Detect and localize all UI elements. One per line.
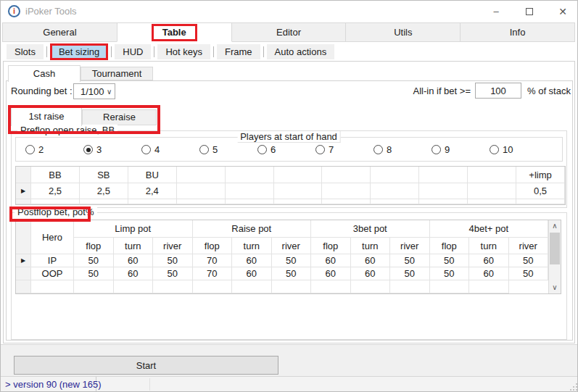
tab-table[interactable]: Table bbox=[117, 22, 232, 42]
street-header: river bbox=[153, 238, 193, 254]
close-button[interactable]: ✕ bbox=[552, 4, 574, 20]
scrollbar-thumb[interactable] bbox=[550, 233, 560, 264]
table-cell[interactable]: 60 bbox=[469, 254, 509, 267]
street-header: turn bbox=[469, 238, 509, 254]
filler-cell bbox=[114, 280, 154, 293]
radio-players-9[interactable]: 9 bbox=[432, 144, 490, 155]
table-cell[interactable]: 50 bbox=[153, 267, 193, 280]
table-cell[interactable]: 60 bbox=[114, 267, 154, 280]
table-cell[interactable]: 50 bbox=[272, 254, 312, 267]
subtab-bet-sizing[interactable]: Bet sizing bbox=[50, 43, 108, 60]
radio-players-5[interactable]: 5 bbox=[199, 144, 257, 155]
table-cell[interactable]: 2,5 bbox=[31, 183, 80, 199]
radio-icon bbox=[257, 145, 267, 154]
row-header-ip: IP bbox=[31, 254, 74, 267]
table-cell[interactable]: 70 bbox=[193, 267, 233, 280]
table-cell[interactable]: 50 bbox=[509, 267, 549, 280]
tab-cash[interactable]: Cash bbox=[8, 65, 80, 82]
table-cell[interactable]: 0,5 bbox=[516, 183, 565, 199]
table-cell[interactable]: 60 bbox=[114, 254, 154, 267]
subtab-hud[interactable]: HUD bbox=[115, 44, 151, 59]
table-cell[interactable]: 50 bbox=[390, 267, 430, 280]
app-icon: i bbox=[8, 5, 20, 17]
pot-group-header: 4bet+ pot bbox=[430, 220, 549, 238]
separator bbox=[263, 46, 264, 57]
main-tab-strip: General Table Editor Utils Info bbox=[2, 22, 575, 42]
table-cell[interactable]: 50 bbox=[74, 254, 114, 267]
table-cell[interactable]: 50 bbox=[74, 267, 114, 280]
sub-tab-strip: Slots Bet sizing HUD Hot keys Frame Auto… bbox=[2, 43, 577, 61]
radio-players-10[interactable]: 10 bbox=[490, 144, 548, 155]
table-cell[interactable]: 50 bbox=[272, 267, 312, 280]
row-arrow-icon: ▶ bbox=[21, 188, 25, 194]
tab-tournament[interactable]: Tournament bbox=[80, 67, 153, 80]
radio-players-4[interactable]: 4 bbox=[141, 144, 199, 155]
vertical-scrollbar[interactable]: ∧ ∨ bbox=[548, 220, 561, 293]
table-cell[interactable]: 70 bbox=[193, 254, 233, 267]
pot-group-header: 3bet pot bbox=[311, 220, 430, 238]
allin-input[interactable] bbox=[475, 83, 521, 99]
radio-icon bbox=[490, 145, 499, 154]
table-cell[interactable]: 60 bbox=[232, 254, 272, 267]
subtab-slots[interactable]: Slots bbox=[7, 44, 44, 59]
window-title: iPoker Tools bbox=[25, 6, 77, 17]
table-cell[interactable]: 50 bbox=[430, 254, 470, 267]
rounding-bet-select[interactable]: 1/100 ∨ bbox=[73, 83, 115, 99]
table-cell[interactable]: 60 bbox=[469, 267, 509, 280]
minimize-button[interactable]: – bbox=[485, 4, 507, 20]
tab-utils[interactable]: Utils bbox=[345, 22, 461, 42]
resize-grip-icon[interactable] bbox=[569, 383, 578, 391]
scroll-up-button[interactable]: ∧ bbox=[549, 220, 561, 232]
tab-info[interactable]: Info bbox=[460, 22, 575, 42]
radio-players-8[interactable]: 8 bbox=[373, 144, 432, 155]
radio-icon bbox=[315, 145, 325, 154]
table-cell[interactable]: 2,4 bbox=[128, 183, 177, 199]
table-cell[interactable] bbox=[419, 183, 468, 199]
subtab-frame[interactable]: Frame bbox=[217, 44, 260, 59]
tab-reraise[interactable]: Reraise bbox=[82, 109, 157, 125]
pot-group-header: Limp pot bbox=[74, 220, 193, 238]
table-cell[interactable]: 50 bbox=[430, 267, 470, 280]
tab-general[interactable]: General bbox=[2, 22, 117, 42]
table-cell[interactable]: 60 bbox=[232, 267, 272, 280]
table-cell[interactable]: 60 bbox=[351, 254, 391, 267]
table-cell[interactable]: 50 bbox=[390, 254, 430, 267]
start-button[interactable]: Start bbox=[14, 356, 278, 375]
maximize-icon bbox=[526, 8, 533, 15]
table-cell[interactable] bbox=[468, 183, 516, 199]
subtab-auto-actions[interactable]: Auto actions bbox=[267, 44, 335, 59]
table-cell[interactable]: 60 bbox=[351, 267, 391, 280]
column-header bbox=[226, 167, 274, 183]
table-cell[interactable] bbox=[177, 183, 226, 199]
subtab-hot-keys[interactable]: Hot keys bbox=[157, 44, 210, 59]
tab-editor[interactable]: Editor bbox=[231, 22, 347, 42]
filler-cell bbox=[226, 199, 274, 204]
table-cell[interactable] bbox=[274, 183, 323, 199]
filler-cell bbox=[16, 199, 31, 204]
filler-cell bbox=[351, 280, 391, 293]
table-cell[interactable]: 2,5 bbox=[80, 183, 128, 199]
table-cell[interactable] bbox=[371, 183, 419, 199]
street-header: turn bbox=[232, 238, 272, 254]
scroll-down-button[interactable]: ∨ bbox=[549, 282, 561, 293]
table-cell[interactable] bbox=[226, 183, 274, 199]
table-cell[interactable]: 50 bbox=[153, 254, 193, 267]
maximize-button[interactable] bbox=[519, 4, 540, 20]
radio-players-7[interactable]: 7 bbox=[315, 144, 373, 155]
column-header bbox=[16, 220, 31, 254]
radio-players-3[interactable]: 3 bbox=[83, 144, 141, 155]
table-cell[interactable]: 60 bbox=[311, 254, 351, 267]
separator bbox=[149, 378, 150, 391]
players-group: Players at start of hand 2 3 4 5 6 7 8 9… bbox=[15, 137, 563, 162]
table-cell[interactable]: 50 bbox=[509, 254, 549, 267]
filler-cell bbox=[430, 280, 470, 293]
street-header: river bbox=[272, 238, 312, 254]
radio-players-2[interactable]: 2 bbox=[25, 144, 83, 155]
radio-players-6[interactable]: 6 bbox=[257, 144, 315, 155]
filler-cell bbox=[419, 199, 468, 204]
row-header-oop: OOP bbox=[31, 267, 74, 280]
tab-1st-raise[interactable]: 1st raise bbox=[11, 107, 82, 126]
column-header bbox=[371, 167, 419, 183]
table-cell[interactable] bbox=[322, 183, 371, 199]
table-cell[interactable]: 60 bbox=[311, 267, 351, 280]
